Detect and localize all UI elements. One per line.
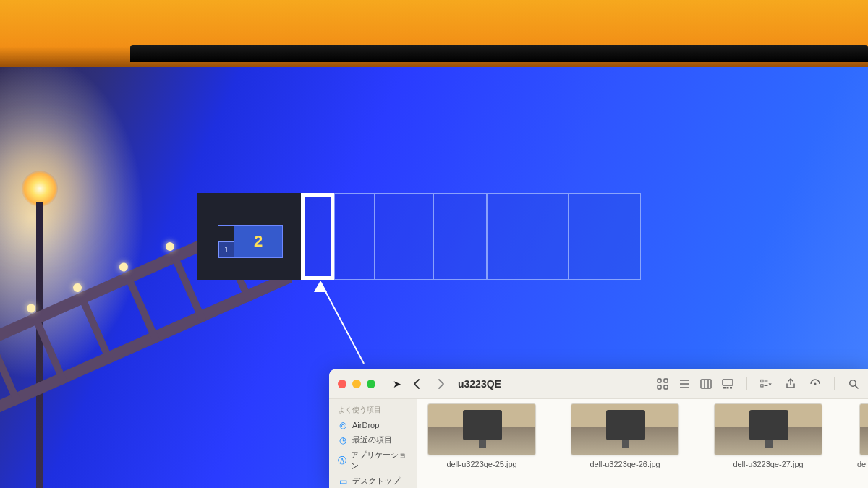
osd-size-option-6[interactable] xyxy=(569,193,641,280)
column-view-button[interactable] xyxy=(700,378,712,390)
view-switcher xyxy=(657,378,733,390)
monitor-bezel xyxy=(130,45,868,62)
airdrop-icon: ◎ xyxy=(338,420,348,430)
svg-rect-1 xyxy=(664,379,668,382)
finder-title: u3223QE xyxy=(458,378,501,390)
svg-rect-12 xyxy=(727,387,729,389)
svg-rect-11 xyxy=(723,387,726,389)
sidebar-item-label: アプリケーション xyxy=(351,450,408,471)
sidebar-item-recents[interactable]: ◷ 最近の項目 xyxy=(333,432,412,448)
svg-rect-0 xyxy=(658,379,661,382)
svg-rect-3 xyxy=(664,385,668,389)
share-button[interactable] xyxy=(785,378,796,390)
sidebar-item-label: 最近の項目 xyxy=(352,435,392,445)
svg-line-20 xyxy=(855,385,858,388)
pip-layout-icon: 2 1 xyxy=(218,225,283,258)
svg-rect-7 xyxy=(701,380,711,388)
svg-rect-13 xyxy=(730,387,732,389)
finder-window: ➤ u3223QE よく使う項 xyxy=(329,369,868,488)
osd-size-option-4[interactable] xyxy=(433,193,487,280)
osd-size-option-3[interactable] xyxy=(375,193,433,280)
svg-rect-14 xyxy=(761,380,763,382)
file-thumbnail xyxy=(859,403,868,455)
svg-rect-10 xyxy=(723,380,733,385)
finder-toolbar: ➤ u3223QE xyxy=(329,369,868,399)
finder-sidebar: よく使う項目 ◎ AirDrop ◷ 最近の項目 Ⓐ アプリケーション ▭ デス… xyxy=(329,399,417,488)
sidebar-item-label: AirDrop xyxy=(352,421,379,429)
callout-arrowhead-icon xyxy=(314,281,327,292)
sidebar-item-desktop[interactable]: ▭ デスクトップ xyxy=(333,474,412,488)
file-thumbnail xyxy=(571,403,679,455)
tags-button[interactable] xyxy=(809,378,821,390)
apps-icon: Ⓐ xyxy=(338,455,346,467)
nav-forward-button[interactable] xyxy=(435,378,446,390)
window-maximize-button[interactable] xyxy=(367,380,375,388)
file-thumbnail xyxy=(714,403,822,455)
sidebar-section-favorites: よく使う項目 xyxy=(333,403,412,418)
search-button[interactable] xyxy=(848,378,859,390)
group-menu-button[interactable] xyxy=(760,378,772,390)
osd-size-option-5[interactable] xyxy=(487,193,569,280)
svg-rect-2 xyxy=(658,385,661,389)
window-close-button[interactable] xyxy=(338,380,346,388)
file-thumbnail xyxy=(427,403,536,455)
icon-view-button[interactable] xyxy=(657,378,668,390)
sidebar-item-airdrop[interactable]: ◎ AirDrop xyxy=(333,418,412,432)
file-item[interactable]: dell-u322 xyxy=(857,403,868,488)
cursor-icon: ➤ xyxy=(393,378,401,390)
nav-back-button[interactable] xyxy=(412,378,423,390)
file-name: dell-u3223qe-27.jpg xyxy=(733,460,803,468)
list-view-button[interactable] xyxy=(678,378,690,390)
sidebar-item-applications[interactable]: Ⓐ アプリケーション xyxy=(333,448,412,474)
svg-point-18 xyxy=(814,382,817,385)
osd-size-option-1[interactable] xyxy=(301,193,334,280)
monitor-osd-bar: 2 1 xyxy=(197,193,642,280)
file-name: dell-u322 xyxy=(857,460,868,468)
clock-icon: ◷ xyxy=(338,435,348,445)
window-minimize-button[interactable] xyxy=(352,380,361,388)
window-traffic-lights xyxy=(338,380,375,388)
file-item[interactable]: dell-u3223qe-27.jpg xyxy=(714,403,822,488)
pip-main-source-label: 2 xyxy=(254,232,263,251)
finder-file-grid[interactable]: dell-u3223qe-25.jpg dell-u3223qe-26.jpg … xyxy=(417,399,868,488)
desktop-icon: ▭ xyxy=(338,476,348,487)
pip-sub-source-label: 1 xyxy=(224,246,229,254)
file-name: dell-u3223qe-25.jpg xyxy=(446,460,516,468)
osd-size-option-2[interactable] xyxy=(334,193,375,280)
sidebar-item-label: デスクトップ xyxy=(352,476,400,487)
file-item[interactable]: dell-u3223qe-25.jpg xyxy=(427,403,536,488)
streetlamp-glow xyxy=(22,171,58,207)
svg-rect-15 xyxy=(761,384,763,386)
gallery-view-button[interactable] xyxy=(722,378,733,390)
file-name: dell-u3223qe-26.jpg xyxy=(590,460,660,468)
osd-size-options xyxy=(301,193,642,280)
osd-input-source-tile[interactable]: 2 1 xyxy=(197,193,301,280)
file-item[interactable]: dell-u3223qe-26.jpg xyxy=(571,403,679,488)
